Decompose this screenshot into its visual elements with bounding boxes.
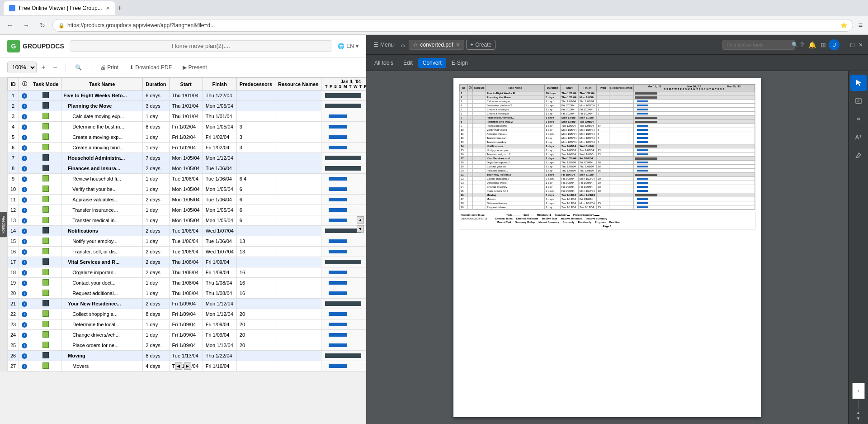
page-scroll-down[interactable]: ▼ [856, 416, 861, 421]
pdf-link-tool[interactable] [850, 111, 867, 127]
cell-finish: Mon 1/05/04 [203, 205, 236, 215]
active-tab[interactable]: Free Online Viewer | Free Group... ✕ [4, 1, 115, 15]
cell-info: i [19, 91, 30, 101]
pdf-maximize-btn[interactable]: □ [849, 39, 856, 50]
table-row: 4 i Determine the best m... 8 days Fri 1… [8, 122, 366, 132]
cell-finish: Mon 1/05/04 [203, 215, 236, 226]
cell-info: i [19, 309, 30, 319]
cell-name: Place orders for ne... [61, 340, 143, 351]
refresh-btn[interactable]: ↻ [36, 19, 49, 32]
cell-resource [275, 340, 321, 351]
pdf-annotate-tool[interactable] [850, 93, 867, 109]
forward-btn[interactable]: → [20, 19, 33, 32]
pdf-edit-btn[interactable]: Edit [399, 58, 417, 68]
pdf-minimize-btn[interactable]: − [840, 39, 848, 50]
scroll-down-btn[interactable]: ▼ [357, 225, 364, 233]
pdf-grid-icon[interactable]: ⊞ [819, 39, 828, 50]
cell-info: i [19, 257, 30, 267]
table-row: 9 i Review household fi... 1 day Tue 1/0… [8, 174, 366, 184]
pdf-create-btn[interactable]: + Create [466, 40, 495, 50]
cell-duration: 2 days [143, 163, 169, 174]
cell-gantt-bar [321, 236, 366, 247]
pdf-search-bar[interactable]: 🔍 [722, 40, 795, 50]
cell-resource [275, 267, 321, 278]
pdf-home-btn[interactable]: ⌂ [399, 39, 406, 50]
gd-lang-selector[interactable]: 🌐 EN ▾ [338, 43, 359, 49]
cell-mode [30, 309, 61, 319]
cell-pred [236, 361, 275, 372]
pdf-help-icon[interactable]: ? [798, 39, 806, 50]
cell-name: Planning the Move [61, 101, 143, 111]
table-row: 19 i Contact your doct... 1 day Thu 1/08… [8, 278, 366, 288]
pdf-all-tools-btn[interactable]: All tools [370, 58, 398, 68]
cell-name: Create a moving bind... [61, 143, 143, 153]
cell-info: i [19, 101, 30, 111]
cell-gantt-bar [321, 299, 366, 309]
gantt-container[interactable]: ID ⓘ Task Mode Task Name Duration Start … [7, 77, 366, 372]
cell-info: i [19, 132, 30, 143]
zoom-in-btn[interactable]: + [38, 62, 48, 72]
pdf-close-icon[interactable]: ✕ [456, 42, 460, 48]
pdf-close-window-btn[interactable]: × [857, 39, 864, 50]
pdf-text-tool[interactable]: Aᵀ [850, 129, 867, 145]
browser-menu-btn[interactable]: ≡ [857, 19, 864, 31]
cell-finish: Tue 1/06/04 [203, 163, 236, 174]
cell-info: i [19, 143, 30, 153]
pdf-star-icon: ☆ [413, 42, 418, 48]
feedback-tab[interactable]: Feedback [0, 212, 7, 237]
cell-resource [275, 299, 321, 309]
pdf-convert-btn[interactable]: Convert [418, 58, 446, 68]
zoom-select[interactable]: 100% 75% 125% 150% [7, 62, 37, 73]
cell-name: Collect shopping a... [61, 309, 143, 319]
pdf-menu-btn[interactable]: ☰ ☰ Menu Menu [370, 40, 397, 50]
scroll-up-btn[interactable]: ▲ [357, 216, 364, 224]
print-btn[interactable]: 🖨 Print [97, 62, 122, 72]
cell-start: Fri 1/09/04 [169, 340, 203, 351]
pdf-user-avatar[interactable]: U [829, 39, 840, 50]
cell-id: 6 [8, 143, 19, 153]
cell-duration: 1 day [143, 319, 169, 330]
pdf-cursor-tool[interactable] [850, 75, 867, 91]
cell-duration: 2 days [143, 267, 169, 278]
cell-name: Notifications [61, 226, 143, 236]
left-panel-wrapper: G GROUPDOCS Home move plan(2).... 🌐 EN ▾… [0, 35, 366, 424]
pdf-search-input[interactable] [726, 42, 789, 48]
back-btn[interactable]: ← [4, 19, 16, 32]
cell-start: Thu 1/01/04 [169, 101, 203, 111]
pdf-table-row: 4 Determine the best 2 2 days Fri 1/02/0… [460, 104, 755, 108]
cell-pred: 13 [236, 236, 275, 247]
search-btn[interactable]: 🔍 [71, 62, 85, 72]
new-tab-btn[interactable]: + [117, 4, 122, 12]
cell-info: i [19, 184, 30, 195]
pdf-draw-tool[interactable] [850, 147, 867, 163]
cell-pred [236, 111, 275, 122]
url-bar[interactable]: 🔒 https://products.groupdocs.app/viewer/… [52, 19, 853, 32]
scroll-right-btn[interactable]: ▶ [184, 362, 191, 370]
tab-close-btn[interactable]: ✕ [106, 5, 110, 11]
pdf-table-row: 27 Movers 4 days Tue 1/13/04 Fri 1/16/04 [460, 197, 755, 201]
pdf-table-row: 7 Household Adminis... 6 days Mon 1/05/0… [460, 116, 755, 120]
cell-pred: 6 [236, 205, 275, 215]
cell-name: Transfer medical in... [61, 215, 143, 226]
pdf-bell-icon[interactable]: 🔔 [807, 39, 818, 50]
cell-gantt-bar [321, 361, 366, 372]
page-thumb-1[interactable]: 1 [852, 383, 865, 399]
pdf-header: ☰ ☰ Menu Menu ⌂ ☆ converted.pdf ✕ + Crea… [366, 35, 868, 55]
cell-id: 21 [8, 299, 19, 309]
pdf-esign-btn[interactable]: E-Sign [447, 58, 472, 68]
cell-info: i [19, 174, 30, 184]
present-btn[interactable]: ▶ Present [179, 62, 211, 72]
cell-pred: 16 [236, 267, 275, 278]
download-pdf-btn[interactable]: ⬇ Download PDF [126, 62, 175, 72]
cell-pred: 6;4 [236, 174, 275, 184]
cell-resource [275, 215, 321, 226]
cell-resource [275, 330, 321, 340]
gantt-table: ID ⓘ Task Mode Task Name Duration Start … [7, 77, 366, 372]
scroll-left-btn[interactable]: ◀ [175, 362, 182, 370]
page-scroll-up[interactable]: ▲ [856, 410, 861, 415]
pdf-content[interactable]: ID ⓘ Task Mo Task Name Duration Start Fi… [366, 71, 848, 424]
cell-gantt-bar [321, 122, 366, 132]
zoom-out-btn[interactable]: − [50, 62, 60, 72]
table-row: 14 i Notifications 2 days Tue 1/06/04 We… [8, 226, 366, 236]
cell-info: i [19, 205, 30, 215]
